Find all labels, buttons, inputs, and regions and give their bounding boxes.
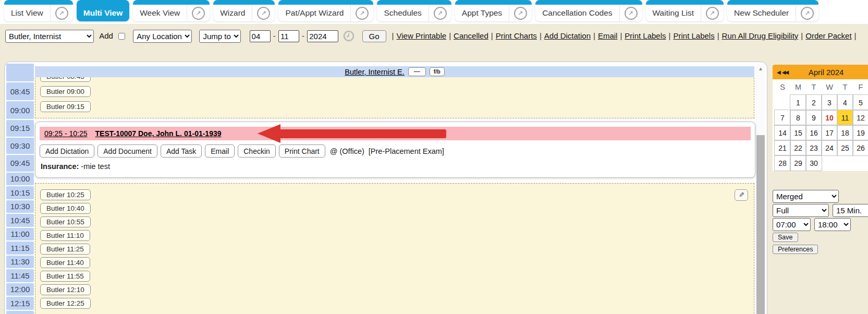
view-tab[interactable]: Week View ↗ [133, 0, 210, 21]
calendar-date[interactable]: 10 [822, 110, 837, 125]
calendar-date[interactable]: 24 [822, 140, 837, 155]
calendar-date[interactable]: 30 [806, 155, 822, 171]
jump-to-select[interactable]: Jump to [199, 30, 241, 43]
open-slot-button[interactable]: Butler 12:25 [40, 298, 91, 309]
toolbar-link[interactable]: Run All Drug Eligibility [722, 31, 799, 40]
calendar-date[interactable]: 9 [806, 110, 822, 125]
appointment-action-button[interactable]: Add Dictation [40, 144, 94, 158]
view-tab[interactable]: Waiting List ↗ [646, 0, 724, 21]
calendar-date[interactable]: 8 [790, 110, 806, 125]
clock-icon[interactable] [343, 30, 354, 42]
appointment-time-link[interactable]: 09:25 - 10:25 [44, 129, 88, 138]
open-slot-button[interactable]: Butler 11:55 [40, 271, 90, 282]
go-button[interactable]: Go [362, 30, 386, 42]
open-new-window-button[interactable]: ↗ [187, 5, 210, 21]
calendar-date[interactable]: 28 [775, 155, 790, 171]
open-slot-button[interactable]: Butler 12:10 [40, 284, 91, 295]
toolbar-link[interactable]: Order Packet [805, 31, 851, 40]
view-tab[interactable]: Pat/Appt Wizard ↗ [278, 0, 373, 21]
appointment-action-button[interactable]: Print Chart [279, 144, 325, 158]
calendar-date[interactable] [837, 155, 853, 171]
calendar-date[interactable]: 5 [853, 95, 868, 110]
calendar-date[interactable]: 29 [790, 155, 806, 171]
view-size-select[interactable]: Full [773, 204, 829, 217]
calendar-date[interactable]: 12 [853, 110, 868, 125]
provider-select[interactable]: Butler, Internist [5, 30, 94, 43]
interval-select[interactable]: 15 Min. [833, 204, 868, 217]
open-new-window-button[interactable]: ↗ [701, 5, 724, 21]
calendar-date[interactable]: 17 [822, 125, 837, 140]
toolbar-link[interactable]: Print Labels [673, 31, 714, 40]
calendar-date[interactable]: 1 [790, 95, 806, 110]
edit-schedule-button[interactable]: ✎ [735, 189, 748, 201]
open-slot-button[interactable]: Butler 11:10 [40, 230, 90, 241]
date-year-input[interactable] [307, 30, 338, 42]
calendar-date[interactable]: 14 [775, 125, 790, 140]
calendar-date[interactable] [775, 95, 790, 110]
open-new-window-button[interactable]: ↗ [252, 5, 275, 21]
date-day-input[interactable] [278, 30, 299, 42]
toolbar-link[interactable]: View Printable [397, 31, 447, 40]
toolbar-link[interactable]: Cancelled [454, 31, 488, 40]
appointment-action-button[interactable]: Add Task [161, 144, 202, 158]
scrollbar-thumb[interactable] [756, 135, 765, 314]
calendar-date[interactable]: 11 [837, 110, 853, 125]
open-new-window-button[interactable]: ↗ [619, 5, 642, 21]
preferences-button[interactable]: Preferences [773, 245, 818, 254]
view-tab[interactable]: Wizard ↗ [213, 0, 275, 21]
save-button[interactable]: Save [773, 233, 798, 242]
view-tab[interactable]: Multi View ↗ [77, 0, 130, 21]
appointment-patient-link[interactable]: TEST-10007 Doe, John L. 01-01-1939 [95, 129, 222, 138]
scroll-up-icon[interactable]: ▲ [756, 64, 765, 74]
date-month-input[interactable] [250, 30, 271, 42]
calendar-date[interactable]: 22 [790, 140, 806, 155]
calendar-date[interactable] [853, 155, 868, 171]
toolbar-link[interactable]: Add Dictation [544, 31, 591, 40]
toolbar-link[interactable]: Print Labels [625, 31, 666, 40]
calendar-prev-month-icon[interactable]: ◀ [777, 69, 780, 75]
toolbar-link[interactable]: Print Charts [496, 31, 537, 40]
open-slot-button[interactable]: Butler 10:25 [40, 189, 91, 200]
fb-button[interactable]: f/b [430, 67, 445, 76]
calendar-date[interactable]: 15 [790, 125, 806, 140]
end-time-select[interactable]: 18:00 [814, 218, 851, 231]
calendar-date[interactable]: 26 [853, 140, 868, 155]
calendar-date[interactable]: 4 [837, 95, 853, 110]
open-slot-button[interactable]: Butler 09:00 [40, 86, 91, 97]
open-new-window-button[interactable]: ↗ [350, 5, 373, 21]
provider-link[interactable]: Butler, Internist E. [345, 68, 404, 76]
view-tab[interactable]: List View ↗ [4, 0, 73, 21]
open-slot-button[interactable]: Butler 11:25 [40, 244, 90, 255]
calendar-date[interactable]: 25 [837, 140, 853, 155]
calendar-date[interactable]: 2 [806, 95, 822, 110]
open-new-window-button[interactable]: ↗ [509, 5, 532, 21]
view-tab[interactable]: Cancellation Codes ↗ [535, 0, 642, 21]
calendar-date[interactable]: 23 [806, 140, 822, 155]
collapse-column-button[interactable]: — [408, 67, 426, 76]
calendar-date[interactable] [822, 155, 837, 171]
calendar-date[interactable]: 18 [837, 125, 853, 140]
open-slot-button[interactable]: Butler 09:15 [40, 101, 91, 112]
open-slot-button[interactable]: Butler 11:40 [40, 257, 90, 268]
calendar-date[interactable]: 16 [806, 125, 822, 140]
add-provider-checkbox[interactable] [118, 33, 125, 40]
toolbar-link[interactable]: Email [598, 31, 618, 40]
start-time-select[interactable]: 07:00 [773, 218, 811, 231]
appointment-action-button[interactable]: Email [205, 144, 235, 158]
location-select[interactable]: Any Location [133, 30, 192, 43]
view-tab[interactable]: New Scheduler ↗ [727, 0, 818, 21]
view-tab[interactable]: Schedules ↗ [377, 0, 451, 21]
calendar-date[interactable]: 19 [853, 125, 868, 140]
vertical-scrollbar[interactable]: ▲ [756, 64, 765, 314]
appointment-action-button[interactable]: Add Document [97, 144, 157, 158]
calendar-date[interactable]: 3 [822, 95, 837, 110]
view-tab[interactable]: Appt Types ↗ [455, 0, 532, 21]
open-new-window-button[interactable]: ↗ [796, 5, 818, 21]
open-new-window-button[interactable]: ↗ [50, 5, 73, 21]
open-slot-button[interactable]: Butler 10:55 [40, 216, 91, 227]
calendar-prev-year-icon[interactable]: ◀◀ [782, 69, 788, 75]
open-slot-button[interactable]: Butler 10:40 [40, 203, 91, 214]
calendar-date[interactable]: 21 [775, 140, 790, 155]
merge-mode-select[interactable]: Merged [773, 190, 839, 203]
open-new-window-button[interactable]: ↗ [429, 5, 451, 21]
